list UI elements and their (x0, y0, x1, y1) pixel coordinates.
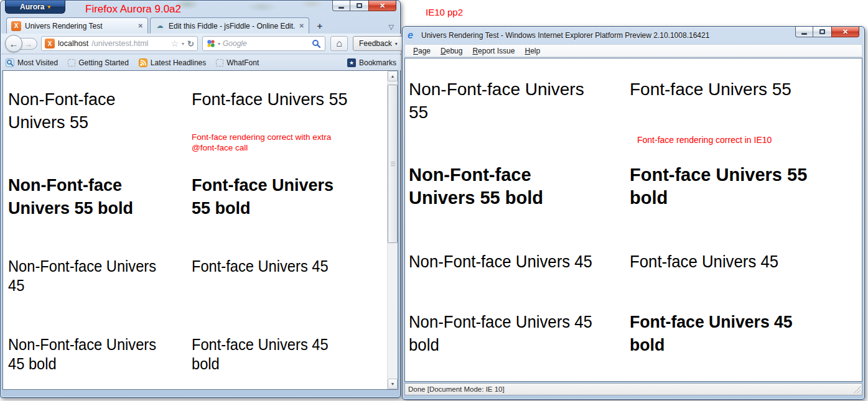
close-button[interactable]: ✕ (368, 1, 396, 11)
placeholder-favicon-icon (216, 59, 223, 67)
navigation-toolbar: → ← X localhost/universtest.html ☆ ▾ ↻ ▾… (1, 34, 401, 54)
address-bar[interactable]: X localhost/universtest.html ☆ ▾ ↻ (41, 36, 198, 51)
test-text: Non-Font-face Univers 45 (409, 250, 638, 273)
ie-window-controls: ✕ (795, 27, 859, 37)
url-host: localhost (58, 39, 88, 48)
firefox-version-annotation: Firefox Aurora 9.0a2 (85, 3, 181, 16)
test-text: Font-face Univers 45 (192, 257, 373, 276)
test-text: Font-face Univers 45 (630, 250, 859, 273)
scroll-up-icon[interactable]: ▲ (388, 71, 398, 81)
ie-window: e Univers Rendering Test - Windows Inter… (402, 26, 865, 400)
test-text: Non-Font-face Univers 55 (8, 88, 190, 134)
close-button[interactable]: ✕ (831, 27, 859, 37)
ie-status-bar: Done [Document Mode: IE 10] (404, 383, 862, 395)
bookmarks-toolbar: Most Visited Getting Started Latest Head… (1, 55, 401, 70)
reload-icon[interactable]: ↻ (187, 39, 194, 48)
test-text: Non-Font-face Univers 55 bold (8, 174, 190, 220)
scrollbar-thumb[interactable] (388, 85, 398, 243)
bookmark-label: Most Visited (17, 58, 58, 67)
scroll-down-icon[interactable]: ▼ (388, 379, 398, 389)
status-text: Done [Document Mode: IE 10] (408, 385, 505, 393)
most-visited-icon (6, 58, 14, 67)
ie-page-content: Non-Font-face Univers 55 Font-face Unive… (404, 58, 862, 382)
history-dropdown-icon[interactable]: ▾ (182, 41, 184, 47)
chevron-down-icon: ▾ (395, 41, 398, 47)
minimize-button[interactable] (795, 27, 813, 37)
minimize-icon (338, 7, 344, 9)
menu-help[interactable]: Help (520, 45, 544, 57)
bookmark-latest-headlines[interactable]: Latest Headlines (139, 58, 206, 67)
firefox-window-controls: ✕ (332, 1, 396, 11)
maximize-icon (357, 3, 362, 8)
menu-report-issue[interactable]: Report Issue (468, 45, 519, 57)
resize-grip-icon[interactable] (853, 386, 861, 394)
feedback-button[interactable]: Feedback ▾ (353, 36, 404, 51)
test-text: Font-face Univers 55 bold (630, 164, 860, 210)
site-favicon-icon: X (45, 39, 55, 48)
firefox-app-menu-button[interactable]: Aurora ▾ (5, 1, 65, 14)
bookmark-star-icon[interactable]: ☆ (171, 39, 179, 48)
menu-page[interactable]: Page (409, 45, 435, 57)
maximize-button[interactable] (813, 27, 831, 37)
cloud-favicon-icon: ☁ (155, 21, 165, 31)
tab-close-icon[interactable]: ✕ (299, 22, 304, 29)
vertical-scrollbar[interactable]: ▲ ▼ (387, 71, 398, 389)
search-magnifier-icon[interactable] (312, 39, 321, 48)
test-text: Font-face Univers 45 bold (192, 335, 373, 374)
maximize-button[interactable] (350, 1, 368, 11)
bookmark-getting-started[interactable]: Getting Started (68, 58, 129, 67)
chevron-down-icon: ▾ (47, 4, 50, 10)
menu-debug[interactable]: Debug (436, 45, 467, 57)
test-text: Non-Font-face Univers 55 bold (409, 164, 633, 210)
close-icon: ✕ (380, 2, 385, 10)
google-logo-icon[interactable] (207, 39, 215, 48)
window-title: Univers Rendering Test - Windows Interne… (421, 31, 709, 40)
bookmarks-panel-label: Bookmarks (359, 58, 396, 67)
minimize-icon (801, 33, 807, 35)
list-all-tabs-icon[interactable]: ▽ (389, 23, 394, 31)
test-text: Non-Font-face Univers 45 bold (409, 310, 638, 356)
search-engine-dropdown-icon[interactable]: ▾ (218, 41, 220, 47)
xampp-favicon-icon: X (11, 21, 21, 31)
placeholder-favicon-icon (68, 59, 75, 67)
home-button[interactable]: ⌂ (330, 36, 348, 51)
maximize-icon (819, 29, 825, 34)
bookmark-label: Latest Headlines (151, 58, 206, 67)
search-input[interactable]: ▾ Google (202, 36, 325, 51)
new-tab-button[interactable]: + (312, 19, 328, 32)
feedback-label: Feedback (359, 39, 392, 48)
tab-label: Edit this Fiddle - jsFiddle - Online Edi… (169, 22, 296, 30)
firefox-window: Firefox Aurora 9.0a2 Aurora ▾ ✕ X Univer… (0, 0, 401, 398)
forward-button[interactable]: → (20, 38, 37, 50)
tab-label: Univers Rendering Test (25, 22, 134, 30)
firefox-page-content: Non-Font-face Univers 55 Font-face Unive… (2, 70, 398, 390)
url-path: /universtest.html (91, 39, 148, 48)
ie-version-annotation: IE10 pp2 (426, 7, 463, 17)
aurora-button-label: Aurora (20, 2, 44, 11)
back-forward-group: → ← (5, 35, 39, 52)
bookmark-label: Getting Started (78, 58, 129, 67)
test-text: Non-Font-face Univers 45 (8, 257, 189, 295)
internet-explorer-logo-icon: e (408, 30, 418, 40)
bookmarks-star-icon: ★ (347, 58, 356, 67)
tab-close-icon[interactable]: ✕ (138, 22, 143, 29)
test-text: Font-face Univers 55 (192, 88, 385, 111)
rendering-note: Font-face rendering correct with extra @… (192, 132, 366, 153)
tab-univers-rendering-test[interactable]: X Univers Rendering Test ✕ (6, 17, 148, 34)
test-text: Non-Font-face Univers 55 (409, 78, 633, 124)
back-button[interactable]: ← (5, 35, 22, 52)
test-text: Font-face Univers 55 (630, 78, 860, 101)
test-text: Font-face Univers 45 bold (630, 310, 862, 356)
test-text: Font-face Univers 55 bold (192, 174, 385, 220)
ie-menu-bar: Page Debug Report Issue Help (404, 44, 862, 57)
bookmark-whatfont[interactable]: WhatFont (216, 58, 259, 67)
close-icon: ✕ (842, 28, 848, 36)
rendering-note: Font-face rendering correct in IE10 (637, 135, 772, 145)
bookmarks-panel-button[interactable]: ★ Bookmarks (347, 58, 396, 67)
tab-jsfiddle[interactable]: ☁ Edit this Fiddle - jsFiddle - Online E… (150, 17, 309, 34)
tab-strip: X Univers Rendering Test ✕ ☁ Edit this F… (1, 17, 400, 34)
bookmark-most-visited[interactable]: Most Visited (6, 58, 58, 67)
minimize-button[interactable] (332, 1, 350, 11)
rss-feed-icon (139, 58, 147, 67)
univers-test-page: Non-Font-face Univers 55 Font-face Unive… (3, 71, 387, 389)
